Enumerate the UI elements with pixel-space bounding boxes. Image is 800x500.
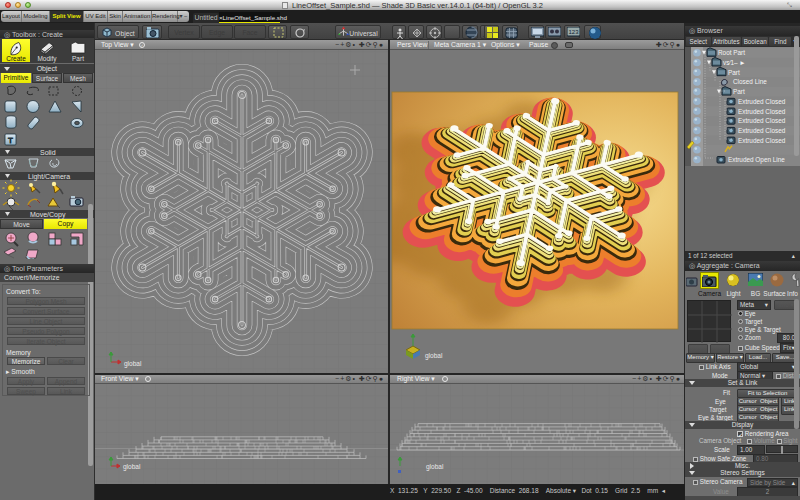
svg-text:Extruded Closed: Extruded Closed (738, 98, 786, 105)
svg-text:123: 123 (568, 29, 579, 35)
svg-text:Solid: Solid (40, 149, 56, 156)
svg-text:Part: Part (733, 88, 745, 95)
svg-text:global: global (425, 352, 443, 360)
svg-text:Extruded Open Line: Extruded Open Line (728, 156, 785, 164)
svg-text:Light/Camera: Light/Camera (28, 173, 70, 181)
svg-text:Extruded Closed: Extruded Closed (738, 127, 786, 134)
svg-text:Extruded Closed: Extruded Closed (738, 108, 786, 115)
svg-text:Closed Line: Closed Line (733, 78, 767, 85)
svg-text:global: global (426, 463, 444, 471)
svg-text:vs⁄1– ►: vs⁄1– ► (723, 59, 746, 66)
svg-text:Extruded Closed: Extruded Closed (738, 117, 786, 124)
svg-text:Extruded Closed: Extruded Closed (738, 137, 786, 144)
svg-text:Root Part: Root Part (718, 49, 745, 56)
svg-text:Part: Part (728, 69, 740, 76)
svg-text:global: global (124, 360, 142, 368)
svg-text:T: T (8, 136, 13, 145)
svg-text:global: global (123, 463, 141, 471)
svg-text:Move/Copy: Move/Copy (30, 211, 66, 219)
